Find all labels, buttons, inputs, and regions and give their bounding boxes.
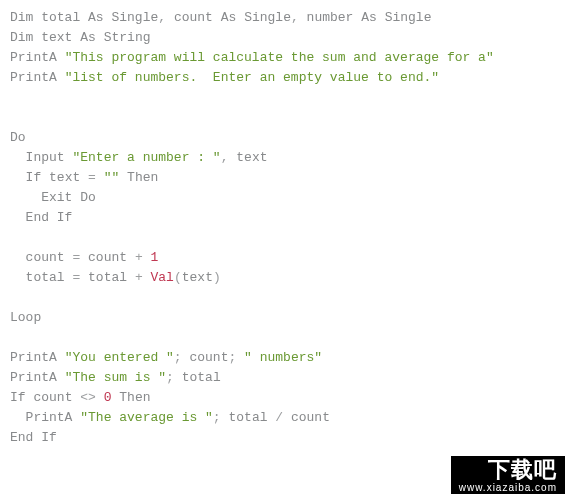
comma: ,	[291, 10, 299, 25]
op-eq: =	[72, 250, 80, 265]
fn-val: Val	[151, 270, 174, 285]
op-ne: <>	[80, 390, 96, 405]
keyword-if: If	[26, 170, 42, 185]
var-count: count	[88, 250, 127, 265]
op-plus: +	[135, 270, 143, 285]
op-eq: =	[72, 270, 80, 285]
keyword-as: As	[88, 10, 104, 25]
code-block: Dim total As Single, count As Single, nu…	[0, 0, 569, 456]
number-literal: 1	[151, 250, 159, 265]
semicolon: ;	[228, 350, 236, 365]
keyword-loop: Loop	[10, 310, 41, 325]
type-single: Single	[385, 10, 432, 25]
var-text: text	[41, 30, 72, 45]
string-literal: "The sum is "	[65, 370, 166, 385]
paren-close: )	[213, 270, 221, 285]
var-total: total	[228, 410, 267, 425]
string-literal: "list of numbers. Enter an empty value t…	[65, 70, 439, 85]
var-text: text	[236, 150, 267, 165]
var-total: total	[41, 10, 80, 25]
keyword-end-if: End If	[10, 430, 57, 445]
var-count: count	[26, 250, 65, 265]
var-total: total	[26, 270, 65, 285]
keyword-printa: PrintA	[26, 410, 73, 425]
keyword-then: Then	[119, 390, 150, 405]
op-div: /	[275, 410, 283, 425]
var-count: count	[33, 390, 72, 405]
keyword-printa: PrintA	[10, 370, 57, 385]
keyword-printa: PrintA	[10, 350, 57, 365]
comma: ,	[221, 150, 229, 165]
string-literal: "You entered "	[65, 350, 174, 365]
var-count: count	[189, 350, 228, 365]
keyword-end-if: End If	[26, 210, 73, 225]
keyword-input: Input	[26, 150, 65, 165]
watermark-url: www.xiazaiba.com	[459, 483, 557, 493]
keyword-dim: Dim	[10, 10, 33, 25]
number-literal: 0	[104, 390, 112, 405]
keyword-if: If	[10, 390, 26, 405]
keyword-dim: Dim	[10, 30, 33, 45]
paren-open: (	[174, 270, 182, 285]
var-number: number	[307, 10, 354, 25]
keyword-printa: PrintA	[10, 50, 57, 65]
keyword-then: Then	[127, 170, 158, 185]
type-single: Single	[244, 10, 291, 25]
string-literal: "This program will calculate the sum and…	[65, 50, 494, 65]
string-literal: "Enter a number : "	[72, 150, 220, 165]
var-text: text	[49, 170, 80, 185]
keyword-as: As	[221, 10, 237, 25]
semicolon: ;	[174, 350, 182, 365]
type-single: Single	[111, 10, 158, 25]
keyword-do: Do	[10, 130, 26, 145]
semicolon: ;	[213, 410, 221, 425]
semicolon: ;	[166, 370, 174, 385]
var-total: total	[182, 370, 221, 385]
keyword-printa: PrintA	[10, 70, 57, 85]
keyword-as: As	[361, 10, 377, 25]
keyword-as: As	[80, 30, 96, 45]
string-literal: " numbers"	[244, 350, 322, 365]
op-eq: =	[88, 170, 96, 185]
watermark-title: 下载吧	[459, 459, 557, 481]
op-plus: +	[135, 250, 143, 265]
watermark: 下载吧 www.xiazaiba.com	[451, 456, 565, 494]
var-count: count	[291, 410, 330, 425]
keyword-exit-do: Exit Do	[41, 190, 96, 205]
comma: ,	[158, 10, 166, 25]
var-total: total	[88, 270, 127, 285]
var-count: count	[174, 10, 213, 25]
type-string: String	[104, 30, 151, 45]
string-literal: "The average is "	[80, 410, 213, 425]
var-text: text	[182, 270, 213, 285]
string-literal: ""	[104, 170, 120, 185]
